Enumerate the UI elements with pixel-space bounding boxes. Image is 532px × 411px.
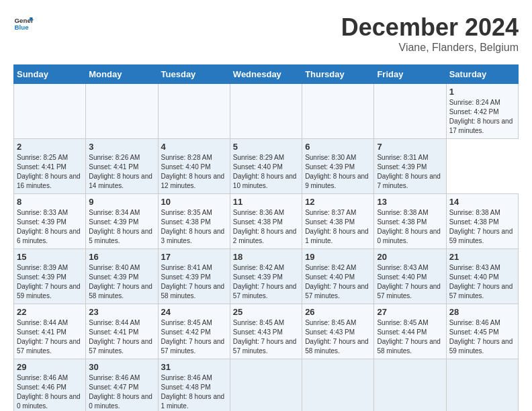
- day-info: Sunrise: 8:34 AMSunset: 4:39 PMDaylight:…: [89, 208, 154, 246]
- day-info: Sunrise: 8:45 AMSunset: 4:43 PMDaylight:…: [305, 318, 371, 356]
- day-info: Sunrise: 8:45 AMSunset: 4:43 PMDaylight:…: [233, 318, 299, 356]
- calendar-day: 16Sunrise: 8:40 AMSunset: 4:39 PMDayligh…: [86, 249, 158, 304]
- calendar-day: 15Sunrise: 8:39 AMSunset: 4:39 PMDayligh…: [14, 249, 86, 304]
- day-number: 11: [233, 197, 299, 207]
- calendar-week-row: 2Sunrise: 8:25 AMSunset: 4:41 PMDaylight…: [14, 139, 519, 194]
- day-number: 16: [89, 252, 154, 262]
- title-area: December 2024 Viane, Flanders, Belgium: [341, 13, 519, 54]
- calendar-day: 14Sunrise: 8:38 AMSunset: 4:38 PMDayligh…: [446, 194, 518, 249]
- calendar-day: 8Sunrise: 8:33 AMSunset: 4:39 PMDaylight…: [14, 194, 86, 249]
- empty-cell: [374, 84, 446, 139]
- day-number: 12: [305, 197, 371, 207]
- day-info: Sunrise: 8:41 AMSunset: 4:39 PMDaylight:…: [161, 263, 227, 301]
- header-saturday: Saturday: [446, 65, 518, 84]
- day-info: Sunrise: 8:46 AMSunset: 4:48 PMDaylight:…: [161, 373, 227, 411]
- calendar-day: 17Sunrise: 8:41 AMSunset: 4:39 PMDayligh…: [158, 249, 230, 304]
- calendar-day: 20Sunrise: 8:43 AMSunset: 4:40 PMDayligh…: [374, 249, 446, 304]
- day-number: 15: [17, 252, 83, 262]
- day-number: 23: [89, 307, 154, 317]
- empty-cell: [302, 359, 374, 412]
- day-number: 8: [17, 197, 83, 207]
- day-info: Sunrise: 8:45 AMSunset: 4:42 PMDaylight:…: [161, 318, 227, 356]
- calendar-day: 25Sunrise: 8:45 AMSunset: 4:43 PMDayligh…: [230, 304, 302, 359]
- calendar-day: 19Sunrise: 8:42 AMSunset: 4:40 PMDayligh…: [302, 249, 374, 304]
- calendar-day: 12Sunrise: 8:37 AMSunset: 4:38 PMDayligh…: [302, 194, 374, 249]
- calendar-week-row: 22Sunrise: 8:44 AMSunset: 4:41 PMDayligh…: [14, 304, 519, 359]
- calendar-day: 2Sunrise: 8:25 AMSunset: 4:41 PMDaylight…: [14, 139, 86, 194]
- calendar-week-row: 8Sunrise: 8:33 AMSunset: 4:39 PMDaylight…: [14, 194, 519, 249]
- calendar-day: 5Sunrise: 8:29 AMSunset: 4:40 PMDaylight…: [230, 139, 302, 194]
- day-info: Sunrise: 8:37 AMSunset: 4:38 PMDaylight:…: [305, 208, 371, 246]
- svg-text:Blue: Blue: [15, 24, 30, 31]
- day-number: 7: [377, 142, 443, 152]
- calendar-day: 27Sunrise: 8:45 AMSunset: 4:44 PMDayligh…: [374, 304, 446, 359]
- day-info: Sunrise: 8:43 AMSunset: 4:40 PMDaylight:…: [377, 263, 443, 301]
- calendar-day: 21Sunrise: 8:43 AMSunset: 4:40 PMDayligh…: [446, 249, 518, 304]
- day-info: Sunrise: 8:24 AMSunset: 4:42 PMDaylight:…: [449, 98, 515, 136]
- day-info: Sunrise: 8:25 AMSunset: 4:41 PMDaylight:…: [17, 153, 83, 191]
- header-friday: Friday: [374, 65, 446, 84]
- day-info: Sunrise: 8:30 AMSunset: 4:39 PMDaylight:…: [305, 153, 371, 191]
- calendar-day: 13Sunrise: 8:38 AMSunset: 4:38 PMDayligh…: [374, 194, 446, 249]
- calendar-day: 3Sunrise: 8:26 AMSunset: 4:41 PMDaylight…: [86, 139, 158, 194]
- header-thursday: Thursday: [302, 65, 374, 84]
- day-number: 25: [233, 307, 299, 317]
- calendar-day: 26Sunrise: 8:45 AMSunset: 4:43 PMDayligh…: [302, 304, 374, 359]
- calendar-day: 30Sunrise: 8:46 AMSunset: 4:47 PMDayligh…: [86, 359, 158, 412]
- header-tuesday: Tuesday: [158, 65, 230, 84]
- empty-cell: [446, 359, 518, 412]
- day-info: Sunrise: 8:29 AMSunset: 4:40 PMDaylight:…: [233, 153, 299, 191]
- day-info: Sunrise: 8:38 AMSunset: 4:38 PMDaylight:…: [449, 208, 515, 246]
- day-number: 29: [17, 362, 83, 372]
- day-info: Sunrise: 8:44 AMSunset: 4:41 PMDaylight:…: [17, 318, 83, 356]
- day-number: 30: [89, 362, 154, 372]
- day-number: 21: [449, 252, 515, 262]
- day-info: Sunrise: 8:40 AMSunset: 4:39 PMDaylight:…: [89, 263, 154, 301]
- calendar-day: 22Sunrise: 8:44 AMSunset: 4:41 PMDayligh…: [14, 304, 86, 359]
- day-number: 9: [89, 197, 154, 207]
- day-number: 26: [305, 307, 371, 317]
- calendar-day: 4Sunrise: 8:28 AMSunset: 4:40 PMDaylight…: [158, 139, 230, 194]
- day-info: Sunrise: 8:42 AMSunset: 4:40 PMDaylight:…: [305, 263, 371, 301]
- calendar-day: 1Sunrise: 8:24 AMSunset: 4:42 PMDaylight…: [446, 84, 518, 139]
- day-number: 2: [17, 142, 83, 152]
- day-number: 20: [377, 252, 443, 262]
- logo-icon: General Blue: [13, 13, 34, 34]
- day-number: 10: [161, 197, 227, 207]
- day-number: 27: [377, 307, 443, 317]
- calendar-day: 28Sunrise: 8:46 AMSunset: 4:45 PMDayligh…: [446, 304, 518, 359]
- day-number: 4: [161, 142, 227, 152]
- day-number: 3: [89, 142, 154, 152]
- calendar-day: 24Sunrise: 8:45 AMSunset: 4:42 PMDayligh…: [158, 304, 230, 359]
- empty-cell: [14, 84, 86, 139]
- empty-cell: [374, 359, 446, 412]
- calendar-day: 31Sunrise: 8:46 AMSunset: 4:48 PMDayligh…: [158, 359, 230, 412]
- day-info: Sunrise: 8:36 AMSunset: 4:38 PMDaylight:…: [233, 208, 299, 246]
- calendar-week-row: 15Sunrise: 8:39 AMSunset: 4:39 PMDayligh…: [14, 249, 519, 304]
- day-info: Sunrise: 8:26 AMSunset: 4:41 PMDaylight:…: [89, 153, 154, 191]
- calendar-header-row: SundayMondayTuesdayWednesdayThursdayFrid…: [14, 65, 519, 84]
- page-header: General Blue December 2024 Viane, Flande…: [13, 13, 519, 54]
- day-info: Sunrise: 8:28 AMSunset: 4:40 PMDaylight:…: [161, 153, 227, 191]
- day-number: 28: [449, 307, 515, 317]
- day-info: Sunrise: 8:46 AMSunset: 4:47 PMDaylight:…: [89, 373, 154, 411]
- day-number: 24: [161, 307, 227, 317]
- day-info: Sunrise: 8:43 AMSunset: 4:40 PMDaylight:…: [449, 263, 515, 301]
- calendar-week-row: 1Sunrise: 8:24 AMSunset: 4:42 PMDaylight…: [14, 84, 519, 139]
- day-number: 5: [233, 142, 299, 152]
- calendar-day: 18Sunrise: 8:42 AMSunset: 4:39 PMDayligh…: [230, 249, 302, 304]
- day-info: Sunrise: 8:38 AMSunset: 4:38 PMDaylight:…: [377, 208, 443, 246]
- day-info: Sunrise: 8:45 AMSunset: 4:44 PMDaylight:…: [377, 318, 443, 356]
- day-number: 19: [305, 252, 371, 262]
- calendar-week-row: 29Sunrise: 8:46 AMSunset: 4:46 PMDayligh…: [14, 359, 519, 412]
- location-subtitle: Viane, Flanders, Belgium: [341, 42, 519, 54]
- day-number: 14: [449, 197, 515, 207]
- day-info: Sunrise: 8:31 AMSunset: 4:39 PMDaylight:…: [377, 153, 443, 191]
- calendar-table: SundayMondayTuesdayWednesdayThursdayFrid…: [13, 64, 519, 411]
- day-info: Sunrise: 8:46 AMSunset: 4:45 PMDaylight:…: [449, 318, 515, 356]
- header-wednesday: Wednesday: [230, 65, 302, 84]
- calendar-day: 10Sunrise: 8:35 AMSunset: 4:38 PMDayligh…: [158, 194, 230, 249]
- empty-cell: [302, 84, 374, 139]
- day-number: 1: [449, 87, 515, 97]
- day-number: 13: [377, 197, 443, 207]
